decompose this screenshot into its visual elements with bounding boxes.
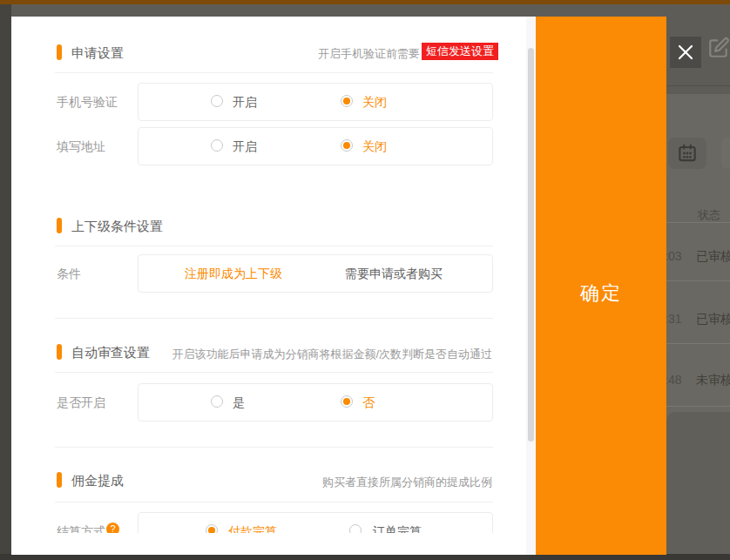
calendar-icon [676, 142, 699, 165]
modal-close-button[interactable] [670, 37, 701, 68]
radio-label-address-on[interactable]: 开启 [233, 139, 257, 155]
choice-apply-or-buy[interactable]: 需要申请或者购买 [345, 267, 443, 282]
divider [55, 72, 493, 73]
modal-scroll-area: 申请设置 开启手机验证前需要 短信发送设置 手机号验证 开启 关闭 填写地址 开… [11, 17, 526, 533]
section-marker [57, 218, 62, 233]
page: 状态 :03 已审核 :31 已审核 :48 未审核 申请设置 开启手机验证前需… [0, 0, 730, 560]
choice-register-becomes[interactable]: 注册即成为上下级 [185, 267, 282, 282]
background-partial-button [721, 138, 730, 169]
radio-label-phone-verify-on[interactable]: 开启 [233, 95, 257, 111]
radio-settle-on-order[interactable] [349, 524, 362, 533]
radio-address-off[interactable] [341, 139, 353, 152]
divider [55, 372, 493, 373]
row-divider [666, 343, 730, 344]
option-box-phone-verify [138, 83, 493, 121]
background-header-divider [665, 85, 730, 86]
sms-settings-link[interactable]: 短信发送设置 [422, 43, 498, 60]
radio-label-address-off[interactable]: 关闭 [362, 139, 387, 155]
dimmed-bottom-bar [0, 554, 730, 560]
sms-note: 开启手机验证前需要 [318, 46, 420, 62]
status-badge: 未审核 [696, 373, 730, 388]
option-box-settlement [138, 512, 493, 533]
dimmed-lower-panel [666, 412, 730, 554]
radio-settle-on-payment[interactable] [206, 524, 218, 533]
commission-note: 购买者直接所属分销商的提成比例 [322, 475, 492, 490]
calendar-button[interactable] [668, 138, 706, 169]
row-divider [666, 280, 730, 281]
dimmed-top-accent-bar [0, 0, 730, 4]
section-divider [55, 318, 493, 319]
confirm-button[interactable]: 确定 [536, 280, 666, 307]
status-badge: 已审核 [696, 249, 730, 265]
radio-phone-verify-off[interactable] [341, 95, 353, 107]
row-label-enabled: 是否开启 [57, 395, 105, 411]
row-divider [666, 406, 730, 407]
row-time: :48 [665, 373, 681, 387]
radio-label-settle-on-order[interactable]: 订单完算 [373, 524, 422, 533]
row-label-condition: 条件 [57, 267, 81, 282]
radio-label-enabled-yes[interactable]: 是 [233, 395, 245, 411]
section-title-hierarchy: 上下级条件设置 [71, 219, 163, 235]
status-column-header: 状态 [698, 207, 720, 223]
section-marker [57, 344, 62, 360]
row-time: :31 [665, 312, 681, 326]
radio-enabled-no[interactable] [341, 395, 353, 408]
radio-label-enabled-no[interactable]: 否 [362, 395, 375, 411]
row-label-address: 填写地址 [57, 139, 105, 155]
modal-scrollbar-thumb[interactable] [528, 48, 534, 442]
divider [55, 502, 493, 503]
row-time: :03 [665, 249, 681, 263]
auto-review-note: 开启该功能后申请成为分销商将根据金额/次数判断是否自动通过 [172, 347, 492, 362]
section-divider [55, 447, 493, 448]
row-label-phone-verify: 手机号验证 [57, 95, 118, 111]
section-marker [57, 472, 62, 488]
dimmed-left-edge [0, 4, 11, 554]
table-header-divider [666, 222, 730, 223]
option-box-address [138, 127, 493, 165]
radio-label-phone-verify-off[interactable]: 关闭 [362, 95, 387, 111]
modal-scrollbar-track[interactable] [526, 17, 536, 555]
radio-address-on[interactable] [211, 139, 223, 152]
divider [55, 246, 493, 246]
option-box-enabled [138, 383, 493, 422]
confirm-panel: 确定 [536, 17, 666, 555]
row-label-settlement: 结算方式 [57, 524, 105, 533]
radio-phone-verify-on[interactable] [211, 95, 223, 107]
radio-label-settle-on-payment[interactable]: 付款完算 [228, 524, 277, 533]
question-icon[interactable]: ? [106, 523, 119, 533]
close-icon [677, 44, 694, 61]
radio-enabled-yes[interactable] [211, 395, 223, 408]
section-title-commission: 佣金提成 [71, 473, 124, 489]
section-title-auto-review: 自动审查设置 [71, 345, 150, 361]
section-marker [57, 44, 62, 60]
status-badge: 已审核 [696, 312, 730, 327]
section-title-apply: 申请设置 [71, 45, 124, 62]
edit-icon[interactable] [707, 37, 730, 59]
